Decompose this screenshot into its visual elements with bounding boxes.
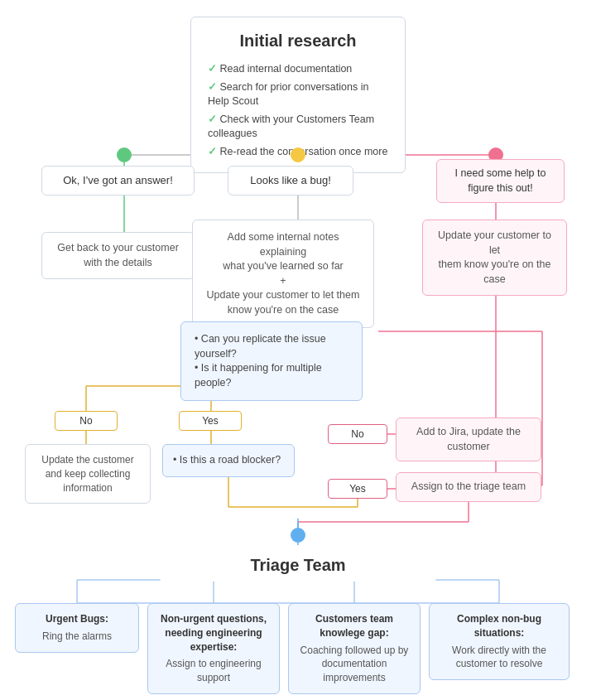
- yes-label-middle: Yes: [179, 411, 242, 431]
- triage-item-1: Non-urgent questions, needing engineerin…: [147, 603, 280, 694]
- triage-item-0: Urgent Bugs: Ring the alarms: [15, 603, 139, 653]
- checklist-item: Read internal documentation: [208, 60, 388, 79]
- triage-item-2-title: Customers team knowlege gap:: [299, 612, 410, 640]
- initial-research-title: Initial research: [208, 29, 388, 52]
- left-branch-action: Get back to your customer with the detai…: [41, 232, 195, 279]
- roadblock-question-box: • Is this a road blocker?: [162, 444, 295, 477]
- yellow-dot: [291, 147, 305, 162]
- triage-item-1-body: Assign to engineering support: [158, 657, 269, 685]
- triage-item-2-body: Coaching followed up by documentation im…: [299, 644, 410, 685]
- checklist-item: Check with your Customers Team colleague…: [208, 111, 388, 143]
- no-action-box: Update the customer and keep collecting …: [25, 444, 151, 504]
- triage-item-2: Customers team knowlege gap: Coaching fo…: [288, 603, 421, 694]
- replicate-question-box: • Can you replicate the issue yourself? …: [180, 321, 363, 401]
- triage-item-3-body: Work directly with the customer to resol…: [440, 644, 559, 672]
- triage-team-box: Triage Team: [159, 545, 437, 582]
- triage-team-title: Triage Team: [175, 553, 421, 577]
- checklist-item: Search for prior conversations in Help S…: [208, 79, 388, 111]
- triage-item-0-body: Ring the alarms: [26, 630, 128, 644]
- triage-item-3: Complex non-bug situations: Work directl…: [429, 603, 570, 680]
- blue-dot-triage: [291, 528, 305, 543]
- middle-branch-action: Add some internal notes explaining what …: [192, 220, 374, 328]
- left-branch-label: Ok, I've got an answer!: [41, 166, 195, 196]
- no-label-left: No: [55, 411, 118, 431]
- no2-action-box: Add to Jira, update the customer: [396, 418, 541, 461]
- yes2-label: Yes: [328, 479, 387, 499]
- yes2-action-box: Assign to the triage team: [396, 472, 541, 502]
- triage-item-3-title: Complex non-bug situations:: [440, 612, 559, 640]
- triage-item-1-title: Non-urgent questions, needing engineerin…: [158, 612, 269, 654]
- green-dot: [117, 147, 132, 162]
- right-branch-label: I need some help to figure this out!: [436, 159, 565, 203]
- middle-branch-label: Looks like a bug!: [228, 166, 353, 196]
- no2-label: No: [328, 424, 387, 444]
- triage-item-0-title: Urgent Bugs:: [26, 612, 128, 626]
- checklist: Read internal documentationSearch for pr…: [208, 60, 388, 161]
- right-branch-action: Update your customer to let them know yo…: [422, 220, 567, 296]
